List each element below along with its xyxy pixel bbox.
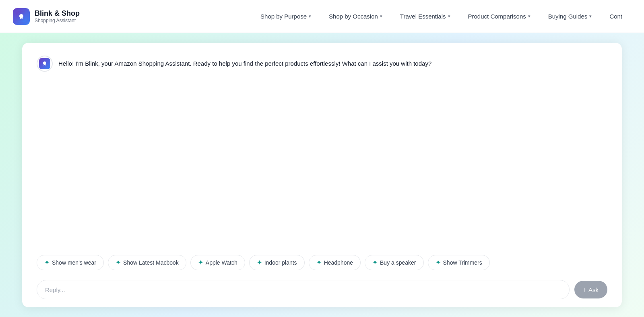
quick-reply-show-trimmers[interactable]: ✦Show Trimmers [428,255,490,270]
quick-reply-label-show-mens-wear: Show men's wear [52,259,96,266]
quick-reply-label-buy-a-speaker: Buy a speaker [380,259,416,266]
nav-chevron-travel-essentials: ▾ [448,14,450,19]
nav-item-cont[interactable]: Cont [601,0,631,33]
quick-reply-headphone[interactable]: ✦Headphone [309,255,361,270]
nav-chevron-product-comparisons: ▾ [528,14,530,19]
sparkle-icon: ✦ [257,259,262,266]
main-background: Hello! I'm Blink, your Amazon Shopping A… [0,33,644,317]
logo-area: Blink & Shop Shopping Assistant [13,8,101,25]
chat-messages: Hello! I'm Blink, your Amazon Shopping A… [22,43,622,250]
sparkle-icon: ✦ [316,259,322,266]
bot-avatar [37,56,53,72]
quick-reply-label-headphone: Headphone [324,259,353,266]
nav-label-shop-by-purpose: Shop by Purpose [260,13,307,20]
nav-label-cont: Cont [609,13,622,20]
nav-item-shop-by-occasion[interactable]: Shop by Occasion▾ [320,0,391,33]
reply-input[interactable] [37,280,570,299]
logo-title: Blink & Shop [35,9,80,18]
quick-reply-label-apple-watch: Apple Watch [206,259,237,266]
quick-reply-indoor-plants[interactable]: ✦Indoor plants [249,255,305,270]
bot-message-text: Hello! I'm Blink, your Amazon Shopping A… [58,56,431,68]
logo-text: Blink & Shop Shopping Assistant [35,9,80,24]
quick-replies-bar: ✦Show men's wear✦Show Latest Macbook✦App… [22,250,622,275]
nav-chevron-buying-guides: ▾ [589,14,592,19]
ask-button-label: Ask [588,286,599,293]
nav-label-buying-guides: Buying Guides [548,13,588,20]
bot-message-row: Hello! I'm Blink, your Amazon Shopping A… [37,56,607,72]
quick-reply-show-mens-wear[interactable]: ✦Show men's wear [37,255,104,270]
quick-reply-label-show-trimmers: Show Trimmers [443,259,482,266]
sparkle-icon: ✦ [372,259,378,266]
ask-arrow-icon: ↑ [583,286,586,293]
quick-reply-show-latest-macbook[interactable]: ✦Show Latest Macbook [108,255,186,270]
nav-item-product-comparisons[interactable]: Product Comparisons▾ [459,0,539,33]
sparkle-icon: ✦ [116,259,121,266]
quick-reply-label-show-latest-macbook: Show Latest Macbook [123,259,179,266]
chat-container: Hello! I'm Blink, your Amazon Shopping A… [22,43,622,307]
quick-reply-buy-a-speaker[interactable]: ✦Buy a speaker [365,255,424,270]
sparkle-icon: ✦ [44,259,50,266]
nav-label-travel-essentials: Travel Essentials [400,13,446,20]
input-area: ↑ Ask [22,275,622,307]
logo-subtitle: Shopping Assistant [35,18,80,23]
nav-item-travel-essentials[interactable]: Travel Essentials▾ [391,0,459,33]
header: Blink & Shop Shopping Assistant Shop by … [0,0,644,33]
sparkle-icon: ✦ [198,259,203,266]
quick-reply-apple-watch[interactable]: ✦Apple Watch [190,255,245,270]
nav-chevron-shop-by-purpose: ▾ [309,14,311,19]
quick-reply-label-indoor-plants: Indoor plants [264,259,297,266]
bot-avatar-icon [39,58,50,69]
main-nav: Shop by Purpose▾Shop by Occasion▾Travel … [252,0,631,33]
ask-button[interactable]: ↑ Ask [574,281,607,298]
sparkle-icon: ✦ [436,259,441,266]
nav-item-shop-by-purpose[interactable]: Shop by Purpose▾ [252,0,320,33]
logo-icon [13,8,30,25]
nav-item-buying-guides[interactable]: Buying Guides▾ [539,0,601,33]
nav-chevron-shop-by-occasion: ▾ [380,14,382,19]
nav-label-product-comparisons: Product Comparisons [468,13,526,20]
nav-label-shop-by-occasion: Shop by Occasion [329,13,378,20]
